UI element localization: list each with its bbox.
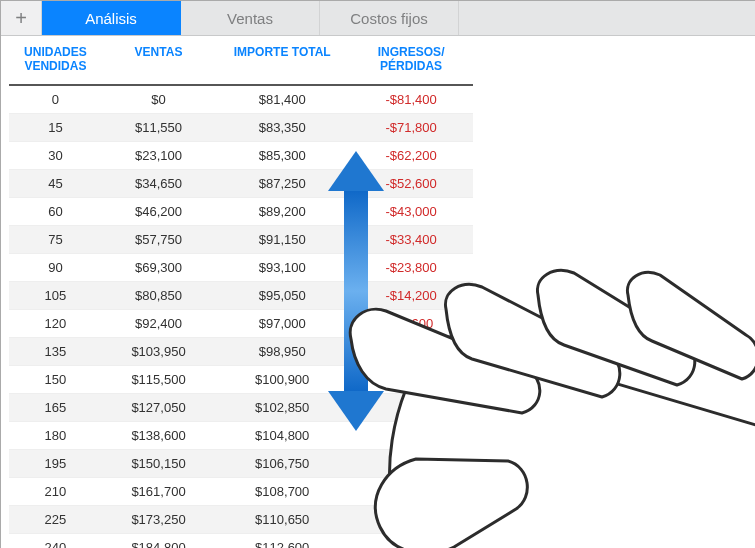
cell-ingresos[interactable]: -$52,600 — [349, 169, 473, 197]
cell-ingresos[interactable]: -$33,400 — [349, 225, 473, 253]
cell-ventas[interactable]: $34,650 — [102, 169, 215, 197]
table-row[interactable]: 30$23,100$85,300-$62,200 — [9, 141, 473, 169]
table-row[interactable]: 90$69,300$93,100-$23,800 — [9, 253, 473, 281]
cell-ingresos[interactable] — [349, 393, 473, 421]
cell-importe[interactable]: $98,950 — [215, 337, 349, 365]
col-header-ingresos[interactable]: INGRESOS/ PÉRDIDAS — [349, 35, 473, 85]
table-scroll-area[interactable]: UNIDADES VENDIDAS VENTAS IMPORTE TOTAL I… — [1, 35, 755, 548]
tab-label: Costos fijos — [350, 10, 428, 27]
cell-importe[interactable]: $108,700 — [215, 477, 349, 505]
table-row[interactable]: 210$161,700$108,700$5 — [9, 477, 473, 505]
cell-unidades[interactable]: 135 — [9, 337, 102, 365]
cell-importe[interactable]: $97,000 — [215, 309, 349, 337]
cell-ingresos[interactable] — [349, 337, 473, 365]
cell-ingresos[interactable]: -$14,200 — [349, 281, 473, 309]
cell-ingresos[interactable]: -$23,800 — [349, 253, 473, 281]
cell-ventas[interactable]: $103,950 — [102, 337, 215, 365]
cell-unidades[interactable]: 195 — [9, 449, 102, 477]
cell-ingresos[interactable]: -$43,000 — [349, 197, 473, 225]
cell-importe[interactable]: $91,150 — [215, 225, 349, 253]
table-row[interactable]: 180$138,600$104,800$3 — [9, 421, 473, 449]
cell-unidades[interactable]: 90 — [9, 253, 102, 281]
app-frame: + Análisis Ventas Costos fijos UNIDADES … — [0, 0, 755, 548]
table-row[interactable]: 165$127,050$102,850 — [9, 393, 473, 421]
tab-bar-filler — [459, 1, 755, 35]
cell-ventas[interactable]: $80,850 — [102, 281, 215, 309]
cell-unidades[interactable]: 120 — [9, 309, 102, 337]
table-row[interactable]: 195$150,150$106,750$43,4 — [9, 449, 473, 477]
cell-importe[interactable]: $87,250 — [215, 169, 349, 197]
cell-ingresos[interactable]: -$71,800 — [349, 113, 473, 141]
cell-unidades[interactable]: 210 — [9, 477, 102, 505]
cell-ingresos[interactable]: -$62,200 — [349, 141, 473, 169]
table-row[interactable]: 120$92,400$97,000-$4,600 — [9, 309, 473, 337]
cell-unidades[interactable]: 30 — [9, 141, 102, 169]
cell-ingresos[interactable]: $62 — [349, 505, 473, 533]
cell-unidades[interactable]: 0 — [9, 85, 102, 114]
tab-costos-fijos[interactable]: Costos fijos — [320, 1, 459, 35]
cell-importe[interactable]: $89,200 — [215, 197, 349, 225]
cell-importe[interactable]: $102,850 — [215, 393, 349, 421]
tab-ventas[interactable]: Ventas — [181, 1, 320, 35]
cell-unidades[interactable]: 225 — [9, 505, 102, 533]
cell-importe[interactable]: $100,900 — [215, 365, 349, 393]
cell-ventas[interactable]: $161,700 — [102, 477, 215, 505]
cell-importe[interactable]: $83,350 — [215, 113, 349, 141]
col-header-ventas[interactable]: VENTAS — [102, 35, 215, 85]
cell-importe[interactable]: $106,750 — [215, 449, 349, 477]
cell-ventas[interactable]: $46,200 — [102, 197, 215, 225]
table-row[interactable]: 105$80,850$95,050-$14,200 — [9, 281, 473, 309]
cell-ingresos[interactable] — [349, 365, 473, 393]
cell-unidades[interactable]: 165 — [9, 393, 102, 421]
cell-importe[interactable]: $112,600 — [215, 533, 349, 548]
cell-unidades[interactable]: 150 — [9, 365, 102, 393]
cell-ventas[interactable]: $0 — [102, 85, 215, 114]
table-row[interactable]: 150$115,500$100,900 — [9, 365, 473, 393]
cell-ventas[interactable]: $127,050 — [102, 393, 215, 421]
cell-ingresos[interactable]: $43,4 — [349, 449, 473, 477]
cell-unidades[interactable]: 105 — [9, 281, 102, 309]
cell-ingresos[interactable]: $3 — [349, 421, 473, 449]
cell-ventas[interactable]: $92,400 — [102, 309, 215, 337]
cell-unidades[interactable]: 45 — [9, 169, 102, 197]
cell-importe[interactable]: $81,400 — [215, 85, 349, 114]
add-tab-button[interactable]: + — [1, 1, 42, 35]
cell-importe[interactable]: $104,800 — [215, 421, 349, 449]
cell-ventas[interactable]: $150,150 — [102, 449, 215, 477]
table-row[interactable]: 75$57,750$91,150-$33,400 — [9, 225, 473, 253]
cell-unidades[interactable]: 60 — [9, 197, 102, 225]
cell-ventas[interactable]: $57,750 — [102, 225, 215, 253]
cell-unidades[interactable]: 15 — [9, 113, 102, 141]
table-row[interactable]: 225$173,250$110,650$62 — [9, 505, 473, 533]
table-row[interactable]: 60$46,200$89,200-$43,000 — [9, 197, 473, 225]
tab-label: Análisis — [85, 10, 137, 27]
cell-importe[interactable]: $93,100 — [215, 253, 349, 281]
cell-importe[interactable]: $95,050 — [215, 281, 349, 309]
cell-importe[interactable]: $85,300 — [215, 141, 349, 169]
cell-ventas[interactable]: $173,250 — [102, 505, 215, 533]
tab-analisis[interactable]: Análisis — [42, 1, 181, 35]
cell-ventas[interactable]: $115,500 — [102, 365, 215, 393]
table-row[interactable]: 45$34,650$87,250-$52,600 — [9, 169, 473, 197]
cell-importe[interactable]: $110,650 — [215, 505, 349, 533]
table-row[interactable]: 0$0$81,400-$81,400 — [9, 85, 473, 114]
cell-ventas[interactable]: $23,100 — [102, 141, 215, 169]
cell-unidades[interactable]: 180 — [9, 421, 102, 449]
cell-ventas[interactable]: $138,600 — [102, 421, 215, 449]
table-row[interactable]: 240$184,800$112,600$7 — [9, 533, 473, 548]
cell-unidades[interactable]: 75 — [9, 225, 102, 253]
cell-ingresos[interactable]: $5 — [349, 477, 473, 505]
cell-unidades[interactable]: 240 — [9, 533, 102, 548]
col-header-importe[interactable]: IMPORTE TOTAL — [215, 35, 349, 85]
data-table: UNIDADES VENDIDAS VENTAS IMPORTE TOTAL I… — [9, 35, 473, 548]
cell-ventas[interactable]: $69,300 — [102, 253, 215, 281]
cell-ingresos[interactable]: -$81,400 — [349, 85, 473, 114]
table-row[interactable]: 15$11,550$83,350-$71,800 — [9, 113, 473, 141]
tab-label: Ventas — [227, 10, 273, 27]
cell-ingresos[interactable]: $7 — [349, 533, 473, 548]
cell-ventas[interactable]: $11,550 — [102, 113, 215, 141]
table-row[interactable]: 135$103,950$98,950 — [9, 337, 473, 365]
col-header-unidades[interactable]: UNIDADES VENDIDAS — [9, 35, 102, 85]
cell-ingresos[interactable]: -$4,600 — [349, 309, 473, 337]
cell-ventas[interactable]: $184,800 — [102, 533, 215, 548]
